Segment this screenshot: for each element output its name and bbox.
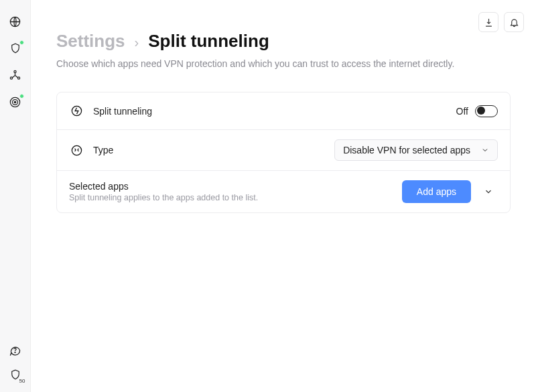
svg-point-7 <box>15 352 15 352</box>
svg-point-9 <box>72 145 81 155</box>
shield-badge-count: 50 <box>19 378 25 384</box>
sidebar-shield-icon[interactable] <box>9 42 22 55</box>
breadcrumb-current: Split tunneling <box>148 31 269 52</box>
breadcrumb: Settings › Split tunneling <box>56 31 511 52</box>
row-label-type: Type <box>93 145 113 155</box>
type-icon <box>69 144 84 157</box>
selected-apps-subtitle: Split tunneling applies to the apps adde… <box>69 193 258 202</box>
svg-point-6 <box>14 101 15 103</box>
status-dot-icon <box>19 94 24 99</box>
toggle-knob <box>477 107 485 115</box>
sidebar-nodes-icon[interactable] <box>9 68 22 82</box>
breadcrumb-parent[interactable]: Settings <box>56 31 125 52</box>
row-selected-apps: Selected apps Split tunneling applies to… <box>57 171 510 212</box>
chevron-right-icon: › <box>135 35 139 50</box>
split-tunnel-icon <box>69 105 84 117</box>
main-content: Settings › Split tunneling Choose which … <box>31 0 536 392</box>
expand-selected-apps-button[interactable] <box>479 182 498 201</box>
sidebar: 50 <box>0 0 31 392</box>
svg-point-3 <box>17 76 19 78</box>
svg-point-2 <box>10 76 12 78</box>
sidebar-globe-icon[interactable] <box>9 15 22 28</box>
sidebar-data-shield-icon[interactable]: 50 <box>9 368 22 381</box>
download-button[interactable] <box>478 12 498 32</box>
chevron-down-icon <box>484 187 493 196</box>
row-label-split-tunneling: Split tunneling <box>93 106 152 117</box>
notifications-button[interactable] <box>504 12 524 32</box>
row-split-tunneling: Split tunneling Off <box>57 92 510 130</box>
sidebar-help-icon[interactable] <box>9 344 22 357</box>
add-apps-button[interactable]: Add apps <box>402 180 471 203</box>
type-select-value: Disable VPN for selected apps <box>343 145 470 155</box>
status-dot-icon <box>19 40 24 45</box>
toggle-state-label: Off <box>456 106 468 117</box>
page-subtitle: Choose which apps need VPN protection an… <box>56 58 511 69</box>
sidebar-radar-icon[interactable] <box>9 95 22 109</box>
type-select[interactable]: Disable VPN for selected apps <box>334 139 498 161</box>
row-type: Type Disable VPN for selected apps <box>57 130 510 171</box>
sidebar-bottom: 50 <box>9 344 22 381</box>
chevron-down-icon <box>481 146 489 154</box>
selected-apps-title: Selected apps <box>69 181 258 192</box>
svg-point-1 <box>14 70 16 72</box>
top-right-actions <box>478 12 524 32</box>
split-tunneling-toggle[interactable] <box>475 105 498 117</box>
settings-card: Split tunneling Off Type Disable VPN for… <box>56 92 511 213</box>
